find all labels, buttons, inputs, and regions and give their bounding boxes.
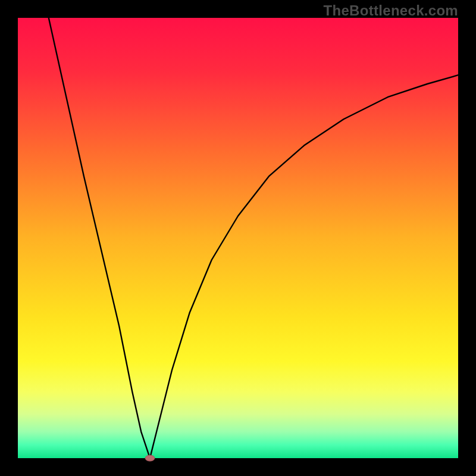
chart-frame: TheBottleneck.com	[0, 0, 476, 476]
curve-layer	[18, 18, 458, 458]
watermark-text: TheBottleneck.com	[324, 2, 458, 19]
curve-left-branch	[49, 18, 150, 458]
curve-right-branch	[150, 75, 458, 458]
min-marker	[145, 455, 155, 461]
plot-area	[18, 18, 458, 458]
